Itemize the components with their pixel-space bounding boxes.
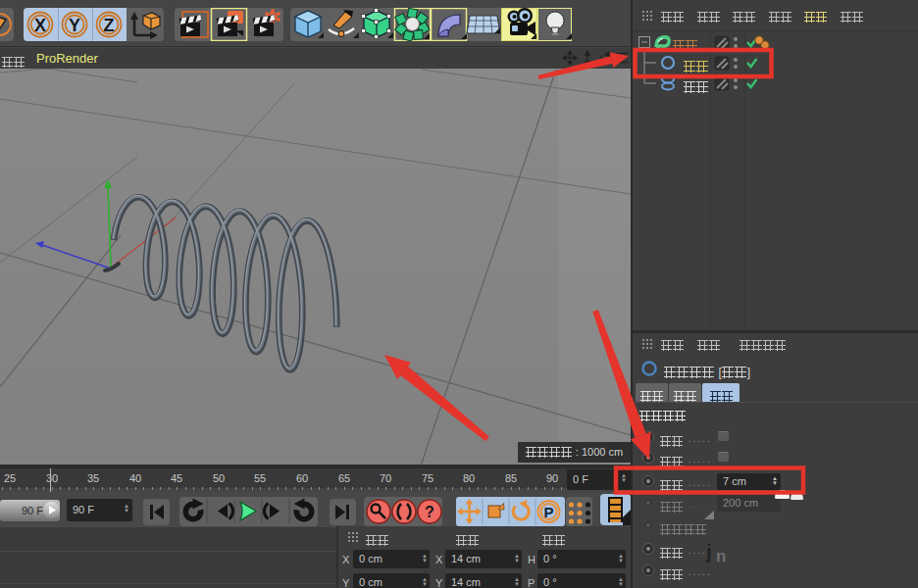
svg-text:Y: Y xyxy=(69,16,80,35)
svg-text:P: P xyxy=(543,504,553,520)
svg-text:X: X xyxy=(34,16,46,35)
svg-text:Z: Z xyxy=(104,16,115,35)
svg-text:?: ? xyxy=(425,504,434,520)
